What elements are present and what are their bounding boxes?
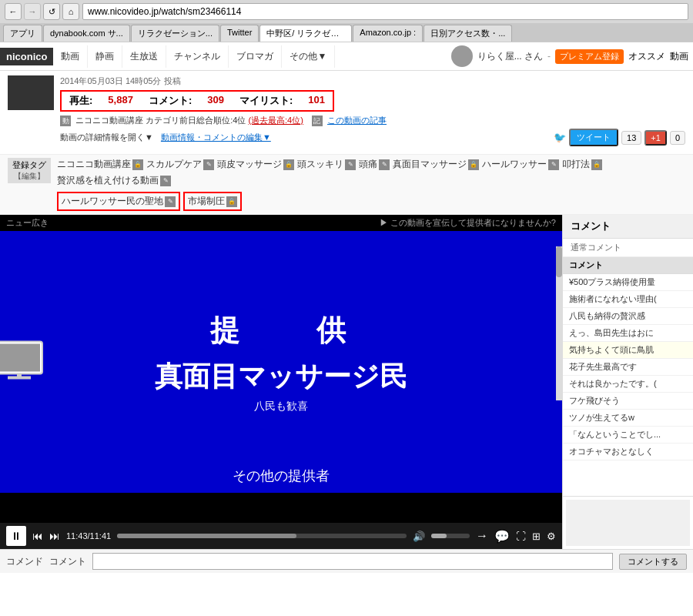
user-avatar xyxy=(451,45,473,67)
tab-nakano[interactable]: 中野区/ リラクゼー... xyxy=(259,25,352,42)
tab-relax[interactable]: リラクゼーション... xyxy=(131,25,219,42)
tag-hurl-icon[interactable]: ✎ xyxy=(548,159,559,170)
address-bar[interactable] xyxy=(82,3,688,20)
skip-forward-button[interactable]: ⏭ xyxy=(49,530,60,542)
video-subtitle: 真面目マッサージ民 xyxy=(155,358,407,396)
tag-niconico-icon[interactable]: 🔒 xyxy=(132,159,143,170)
tab-amazon[interactable]: Amazon.co.jp : xyxy=(353,25,423,42)
register-label: 登録タグ xyxy=(12,159,46,171)
back-button[interactable]: ← xyxy=(5,3,22,20)
tag-seichi-icon[interactable]: ✎ xyxy=(165,196,176,207)
tab-relax-label: リラクゼーション... xyxy=(138,28,213,38)
comment-item-6: 花子先生最高です xyxy=(563,359,693,376)
video-meta-right: 2014年05月03日 14時05分 投稿 再生: 5,887 コメント: 30… xyxy=(60,75,685,149)
ad-logo: ニュー広き xyxy=(6,217,49,229)
ad-text: ▶ この動画を宣伝して提供者になりませんか? xyxy=(380,217,556,229)
scrollbar-thumb[interactable] xyxy=(556,246,562,277)
osusume-label[interactable]: オススメ xyxy=(628,50,665,63)
comment-item-7: それは良かったです。( xyxy=(563,376,693,393)
settings-icon[interactable]: ⚙ xyxy=(547,531,556,542)
tab-dynabook[interactable]: dynabook.com サ... xyxy=(43,25,130,42)
nico-menu: 動画 静画 生放送 チャンネル ブロマガ その他▼ xyxy=(53,45,335,68)
tag-headache-text[interactable]: 頭痛 xyxy=(359,158,377,171)
volume-bar[interactable] xyxy=(431,534,470,538)
twitter-icon: 🐦 xyxy=(554,132,566,143)
premium-button[interactable]: プレミアム登録 xyxy=(555,49,624,64)
reload-button[interactable]: ↺ xyxy=(43,3,60,20)
tag-niconico-text[interactable]: ニコニコ動画講座 xyxy=(57,158,131,171)
category-best-link[interactable]: (過去最高:4位) xyxy=(248,116,303,125)
tag-niconico: ニコニコ動画講座 🔒 xyxy=(57,158,143,171)
fullscreen-icon[interactable]: ⛶ xyxy=(516,531,526,542)
tag-tataki-text[interactable]: 叩打法 xyxy=(562,158,590,171)
tag-refresh-icon[interactable]: ✎ xyxy=(345,159,356,170)
home-button[interactable]: ⌂ xyxy=(62,3,79,20)
detail-open-link[interactable]: 動画の詳細情報を開く▼ xyxy=(60,132,153,143)
comment-count: 309 xyxy=(207,94,224,108)
comment-input[interactable] xyxy=(92,553,613,570)
stats-box: 再生: 5,887 コメント: 309 マイリスト: 101 xyxy=(60,90,334,112)
tags-register-label[interactable]: 登録タグ 【編集】 xyxy=(8,158,51,183)
tag-massage-icon[interactable]: 🔒 xyxy=(283,159,294,170)
menu-channel[interactable]: チャンネル xyxy=(166,45,229,68)
forward-button[interactable]: → xyxy=(24,3,41,20)
video-main-display[interactable]: 提 供 真面目マッサージ民 八民も歓喜 その他の提供者 xyxy=(0,231,562,493)
submit-comment-button[interactable]: コメントする xyxy=(619,554,687,570)
tag-hurl-text[interactable]: ハールワッサー xyxy=(482,158,547,171)
arrow-icon[interactable]: → xyxy=(476,529,488,543)
tag-seichi-text[interactable]: ハールワッサー民の聖地 xyxy=(62,195,163,208)
tag-massage-text[interactable]: 頭皮マッサージ xyxy=(217,158,282,171)
menu-live[interactable]: 生放送 xyxy=(122,45,166,68)
username: りらく屋... さん xyxy=(477,50,543,63)
tag-luxury-icon[interactable]: ✎ xyxy=(160,176,171,186)
menu-video[interactable]: 動画 xyxy=(53,45,88,68)
tweet-count: 13 xyxy=(621,131,641,145)
tag-market-icon[interactable]: 🔒 xyxy=(226,196,237,207)
tag-market: 市場制圧 🔒 xyxy=(183,192,242,211)
tab-nakano-label: 中野区/ リラクゼー... xyxy=(266,28,346,38)
tag-scalp-text[interactable]: スカルプケア xyxy=(146,158,202,171)
menu-blog[interactable]: ブロマガ xyxy=(229,45,282,68)
tag-market-text[interactable]: 市場制圧 xyxy=(188,195,225,208)
menu-image[interactable]: 静画 xyxy=(88,45,122,68)
tags-edit-label[interactable]: 【編集】 xyxy=(12,171,46,182)
comment-item-3: 八民も納得の贅沢感 xyxy=(563,308,693,325)
gplus-button[interactable]: +1 xyxy=(644,130,667,146)
tag-majime-icon[interactable]: 🔒 xyxy=(468,159,479,170)
time-current: 11:43 xyxy=(66,531,88,541)
play-label: 再生: xyxy=(69,94,92,108)
tweet-button[interactable]: ツイート xyxy=(569,129,618,146)
menu-other[interactable]: その他▼ xyxy=(282,45,335,68)
comment-sidebar-bottom xyxy=(563,496,693,549)
tag-tataki-icon[interactable]: 🔒 xyxy=(591,159,602,170)
tag-luxury-text[interactable]: 贅沢感を植え付ける動画 xyxy=(57,174,159,187)
tab-apps[interactable]: アプリ xyxy=(3,25,42,42)
tag-headache-icon[interactable]: ✎ xyxy=(379,159,390,170)
edit-link[interactable]: 動画情報・コメントの編集▼ xyxy=(161,132,271,143)
comment-item-5: 気持ちよくて頭に鳥肌 xyxy=(563,342,693,359)
separator: - xyxy=(547,51,551,62)
tag-majime-text[interactable]: 真面目マッサージ xyxy=(393,158,467,171)
comment-scrollbar[interactable] xyxy=(556,246,562,400)
expand-icon[interactable]: ⊞ xyxy=(532,531,541,542)
comment-sidebar: コメント 通常コメント コメント ¥500プラス納得使用量 施術者になれない理由… xyxy=(562,215,693,549)
comment-item-10: 「なんということでし... xyxy=(563,427,693,444)
tag-scalp-icon[interactable]: ✎ xyxy=(203,159,214,170)
tab-access[interactable]: 日別アクセス数・... xyxy=(424,25,512,42)
chat-icon[interactable]: 💬 xyxy=(494,529,510,544)
tag-majime: 真面目マッサージ 🔒 xyxy=(393,158,479,171)
progress-bar[interactable] xyxy=(117,534,407,538)
tab-twitter[interactable]: Twitter xyxy=(220,25,259,42)
volume-icon[interactable]: 🔊 xyxy=(413,531,425,542)
article-link[interactable]: この動画の記事 xyxy=(327,116,387,125)
tag-refresh: 頭スッキリ ✎ xyxy=(297,158,356,171)
nico-logo[interactable]: niconico xyxy=(0,48,53,65)
skip-back-button[interactable]: ⏮ xyxy=(32,530,43,542)
tags-grid: ニコニコ動画講座 🔒 スカルプケア ✎ 頭皮マッサージ 🔒 頭スッキリ ✎ 頭痛… xyxy=(57,158,685,211)
play-pause-button[interactable]: ⏸ xyxy=(6,526,26,546)
mylist-label: マイリスト: xyxy=(239,94,293,108)
detail-links: 動画の詳細情報を開く▼ 動画情報・コメントの編集▼ 🐦 ツイート 13 +1 0 xyxy=(60,129,685,146)
video-container[interactable]: ニュー広き ▶ この動画を宣伝して提供者になりませんか? 提 供 真面目マッサー… xyxy=(0,215,562,523)
video-menu-label[interactable]: 動画 xyxy=(670,50,688,63)
tag-refresh-text[interactable]: 頭スッキリ xyxy=(297,158,343,171)
